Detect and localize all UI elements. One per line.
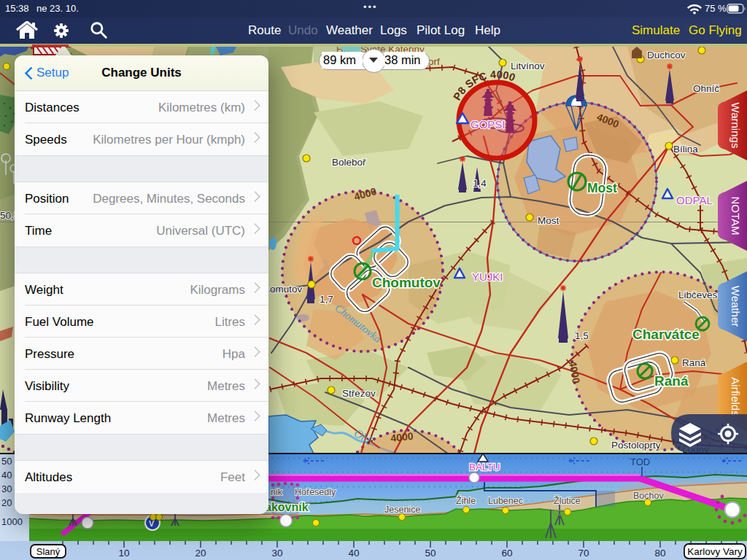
svg-text:Charvátce: Charvátce: [632, 327, 700, 342]
svg-text:4000: 4000: [390, 430, 414, 444]
svg-text:1,5: 1,5: [575, 330, 589, 341]
svg-text:TOD: TOD: [630, 456, 650, 467]
svg-text:60: 60: [501, 548, 512, 559]
svg-text:Lubenec: Lubenec: [488, 496, 523, 506]
svg-text:Raná: Raná: [682, 357, 706, 368]
svg-text:Libčeves: Libčeves: [678, 289, 718, 300]
svg-text:20: 20: [195, 548, 206, 559]
svg-text:Žihle: Žihle: [456, 495, 476, 506]
svg-text:40: 40: [348, 548, 359, 559]
svg-text:ODPAL: ODPAL: [676, 194, 713, 206]
svg-text:Střezov: Střezov: [342, 388, 376, 399]
svg-text:Weather: Weather: [729, 286, 742, 327]
svg-text:akovník: akovník: [265, 501, 309, 513]
svg-text:Duchcov: Duchcov: [647, 50, 686, 61]
svg-text:80: 80: [654, 548, 665, 559]
svg-text:10: 10: [118, 548, 129, 559]
svg-text:Chomutov: Chomutov: [372, 275, 441, 290]
svg-text:1000: 1000: [1, 516, 23, 527]
svg-text:Jesenice: Jesenice: [384, 505, 420, 515]
svg-text:Warnings: Warnings: [729, 103, 742, 149]
svg-text:1,4: 1,4: [473, 178, 487, 189]
svg-text:nik: nik: [271, 487, 283, 497]
svg-text:40: 40: [1, 470, 12, 481]
svg-text:Litvínov: Litvínov: [511, 61, 545, 71]
svg-text:Most: Most: [587, 181, 617, 195]
svg-text:Raná: Raná: [654, 373, 689, 389]
svg-text:NOTAM: NOTAM: [729, 196, 742, 235]
svg-text:1,7: 1,7: [320, 294, 333, 305]
svg-text:20: 20: [1, 497, 12, 508]
svg-text:50: 50: [425, 548, 436, 559]
svg-text:Bílina: Bílina: [673, 144, 698, 155]
svg-text:BALTU: BALTU: [469, 462, 500, 472]
svg-text:Boleboř: Boleboř: [332, 157, 366, 168]
svg-text:Hořesedly: Hořesedly: [295, 487, 336, 497]
svg-text:30: 30: [271, 548, 282, 559]
svg-text:orf: orf: [428, 56, 440, 67]
svg-text:omutov: omutov: [270, 284, 303, 295]
svg-text:Airfields: Airfields: [729, 377, 742, 416]
svg-text:Slaný: Slaný: [36, 546, 61, 557]
svg-text:50: 50: [1, 456, 12, 467]
svg-text:Žlutice: Žlutice: [554, 495, 581, 506]
svg-text:Karlovy Vary: Karlovy Vary: [687, 546, 743, 557]
svg-text:30: 30: [1, 483, 12, 494]
svg-text:YUJKI: YUJKI: [472, 271, 503, 283]
svg-text:Most: Most: [538, 215, 560, 226]
svg-text:70: 70: [578, 548, 589, 559]
svg-text:GOPSI: GOPSI: [471, 118, 506, 131]
